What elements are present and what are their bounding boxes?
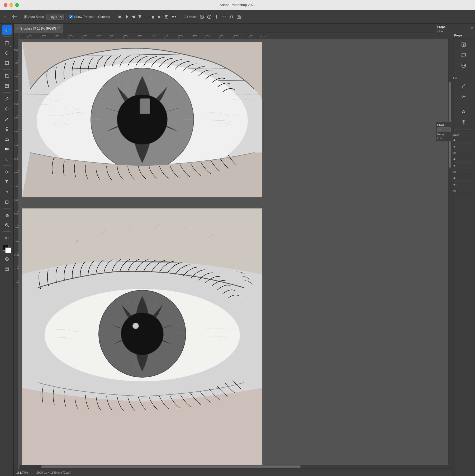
layer-item[interactable]: 👁 (453, 144, 474, 150)
lasso-tool[interactable] (2, 48, 12, 58)
left-toolbar: T ••• (0, 24, 14, 476)
brush-settings-icon[interactable] (459, 81, 468, 91)
screen-mode-button[interactable] (2, 264, 12, 274)
title-bar: Adobe Photoshop 2022 (0, 0, 475, 10)
object-select-tool[interactable] (2, 58, 12, 68)
layer-visibility-icon[interactable]: 👁 (453, 189, 457, 193)
crop-tool[interactable] (2, 71, 12, 81)
align-center-v-button[interactable] (144, 14, 149, 20)
home-button[interactable]: ⌂ (2, 13, 8, 21)
align-center-h-button[interactable] (124, 14, 130, 20)
collapse-panel-button[interactable]: « (471, 26, 473, 30)
shape-tool[interactable] (2, 197, 12, 207)
properties-icon[interactable] (459, 40, 468, 49)
path-select-tool[interactable] (2, 187, 12, 197)
tool-options-icon[interactable] (459, 92, 468, 101)
paragraph-icon[interactable]: ¶ (459, 117, 468, 127)
auto-select-checkbox[interactable] (24, 15, 27, 18)
layer-visibility-icon[interactable]: 👁 (453, 145, 457, 149)
layer-visibility-icon[interactable]: 👁 (453, 170, 457, 174)
auto-select-dropdown[interactable]: Layer (46, 14, 64, 20)
scrollbar-thumb-h[interactable] (41, 465, 301, 468)
horizontal-scrollbar[interactable] (20, 465, 452, 469)
svg-point-182 (462, 87, 463, 88)
color-swatches[interactable] (2, 244, 12, 254)
3d-roll-button[interactable] (206, 14, 212, 20)
show-transform-label: Show Transform Controls (74, 15, 110, 19)
comments-icon[interactable] (459, 50, 468, 60)
heal-tool[interactable] (2, 104, 12, 114)
3d-camera-button[interactable] (236, 14, 242, 20)
svg-rect-42 (6, 201, 8, 203)
layer-item[interactable]: 👁 (453, 150, 474, 156)
layer-item[interactable]: 👁 (453, 163, 474, 169)
main-layout: T ••• (0, 24, 475, 476)
layer-visibility-icon[interactable]: 👁 (453, 158, 457, 161)
svg-text:1000: 1000 (14, 226, 19, 229)
layer-item[interactable]: 👁 (453, 188, 474, 194)
eyedropper-tool[interactable] (2, 94, 12, 104)
quick-mask-button[interactable] (2, 254, 12, 264)
3d-slide-button[interactable] (221, 14, 227, 20)
status-arrow[interactable]: › (75, 471, 77, 474)
align-bottom-button[interactable] (150, 14, 156, 20)
crop-group (2, 71, 12, 81)
svg-rect-17 (153, 16, 154, 18)
vertical-scrollbar[interactable] (448, 39, 452, 469)
stamp-tool[interactable] (2, 124, 12, 134)
move-tool[interactable] (2, 25, 12, 35)
svg-point-173 (133, 323, 138, 329)
blur-tool[interactable] (2, 154, 12, 164)
hand-group (2, 210, 12, 220)
layer-visibility-icon[interactable]: 👁 (453, 177, 457, 180)
distribute-h-button[interactable] (157, 14, 163, 20)
more-options-button[interactable]: ••• (171, 13, 177, 20)
frame-tool[interactable] (2, 81, 12, 91)
layer-visibility-icon[interactable]: 👁 (453, 164, 457, 168)
zoom-tool[interactable] (2, 220, 12, 230)
minimize-button[interactable] (10, 3, 13, 7)
adjustments-icon[interactable] (459, 61, 468, 70)
blur-group (2, 154, 12, 164)
layer-item[interactable]: 👁 (453, 138, 474, 144)
3d-pan-button[interactable] (214, 14, 220, 20)
text-icon[interactable]: A (459, 107, 468, 116)
layer-item[interactable]: 👁 (453, 169, 474, 175)
layer-item[interactable]: 👁 (453, 157, 474, 163)
3d-rotate-button[interactable] (199, 14, 205, 20)
maximize-button[interactable] (15, 3, 19, 7)
pen-tool[interactable] (2, 167, 12, 177)
svg-rect-37 (6, 130, 8, 131)
gradient-tool[interactable] (2, 144, 12, 154)
layer-visibility-icon[interactable]: 👁 (453, 183, 457, 187)
show-transform-checkbox[interactable] (69, 15, 73, 18)
layer-item[interactable]: 👁 (453, 176, 474, 182)
move-tool-btn[interactable]: ✛ ▾ (10, 13, 18, 21)
layers-search-input[interactable] (437, 127, 451, 132)
layer-visibility-icon[interactable]: 👁 (453, 151, 457, 155)
background-color[interactable] (5, 247, 11, 253)
layer-item[interactable]: 👁 (453, 182, 474, 188)
canvas-viewport[interactable] (20, 39, 452, 469)
hand-tool[interactable] (2, 210, 12, 220)
align-right-button[interactable] (130, 14, 136, 20)
brush-tool[interactable] (2, 114, 12, 124)
document-tab-active[interactable]: × Brushes @ 162% (RGB/8) * (14, 24, 63, 33)
layer-visibility-icon[interactable]: 👁 (453, 139, 457, 142)
more-tools-button[interactable]: ••• (2, 233, 12, 243)
svg-rect-15 (152, 18, 154, 18)
svg-rect-0 (118, 16, 119, 18)
move-arrow: ▾ (15, 15, 17, 18)
upper-eye-svg (22, 42, 262, 197)
text-tool[interactable]: T (2, 177, 12, 187)
props-ca-label: Ca (439, 30, 443, 33)
align-icons-group (117, 14, 169, 20)
align-left-button[interactable] (117, 14, 123, 20)
distribute-v-button[interactable] (163, 14, 169, 20)
close-tab-icon[interactable]: × (17, 27, 19, 30)
eraser-tool[interactable] (2, 134, 12, 144)
close-button[interactable] (4, 3, 7, 7)
align-top-button[interactable] (137, 14, 143, 20)
3d-scale-button[interactable] (229, 14, 234, 20)
svg-rect-11 (140, 16, 141, 17)
